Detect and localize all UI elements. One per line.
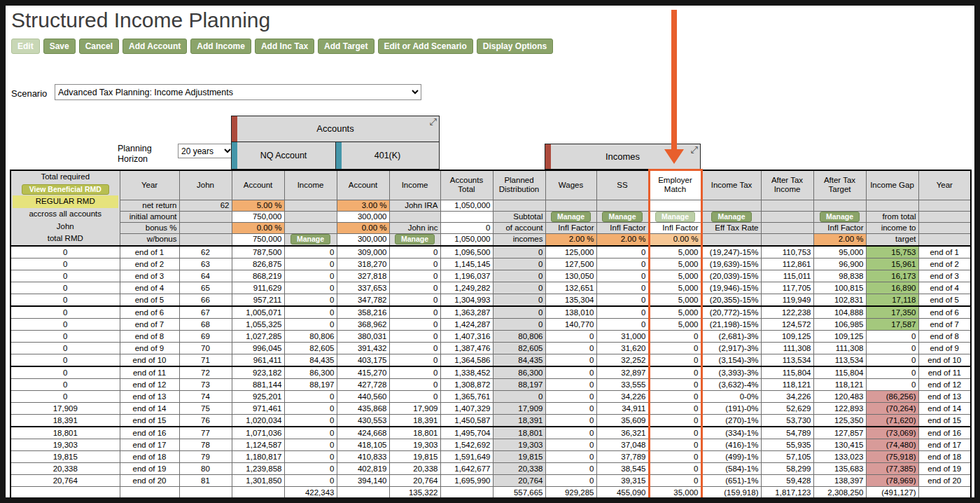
manage-employer-match-button[interactable]: Manage: [655, 212, 695, 222]
manage-after-tax-target-button[interactable]: Manage: [820, 212, 860, 222]
k401-account-accent-bar: [336, 142, 342, 169]
incomes-accent-bar: [545, 144, 551, 169]
manage-nq-income-button[interactable]: Manage: [290, 234, 330, 244]
cell-employer-match: 0: [649, 330, 701, 342]
cell-after-tax-income: 115,804: [761, 366, 813, 379]
cell-wages: 0: [545, 342, 596, 354]
add-account-button[interactable]: Add Account: [122, 39, 187, 54]
add-inc-tax-button[interactable]: Add Inc Tax: [255, 39, 314, 54]
cancel-button[interactable]: Cancel: [79, 39, 119, 54]
cell-after-tax-income: 113,534: [761, 354, 813, 366]
cell-accounts-total: 1,407,329: [440, 402, 493, 414]
cell-wages: 140,770: [545, 318, 596, 330]
display-options-button[interactable]: Display Options: [477, 39, 553, 54]
cell-blank: [761, 234, 813, 246]
k401-bonus-pct[interactable]: 0.00 %: [337, 223, 389, 234]
total-income-tax: (159,918): [701, 486, 761, 499]
cell-k401-account: 327,818: [337, 270, 389, 282]
cell-blank: [701, 234, 761, 246]
table-row: 20,338end of 19801,239,8580402,81920,338…: [10, 462, 971, 474]
cell-ss: 0: [596, 246, 649, 259]
wages-infl-pct[interactable]: 2.00 %: [545, 234, 596, 246]
cell-planned-distribution: 0: [493, 246, 545, 259]
accounts-total-initial: 1,050,000: [440, 200, 493, 211]
cell-ss: 35,609: [596, 414, 649, 427]
cell-income-tax: (19,946)-15%: [701, 282, 761, 294]
add-target-button[interactable]: Add Target: [318, 39, 374, 54]
cell-income-tax: (499)-1%: [701, 450, 761, 462]
cell-total-required: 18,801: [10, 427, 120, 439]
cell-k401-income: 20,764: [389, 474, 440, 486]
cell-year: end of 9: [120, 342, 179, 354]
cell-nq-account: 1,020,034: [232, 414, 284, 427]
scenario-label: Scenario: [11, 88, 47, 99]
cell-k401-account: 391,432: [337, 342, 389, 354]
cell-year-end: end of 12: [918, 378, 971, 390]
cell-accounts-total: 1,196,037: [440, 270, 493, 282]
cell-k401-income: 0: [389, 390, 440, 402]
table-row: 20,764end of 20811,301,8500394,14020,764…: [10, 474, 971, 486]
table-row: 0end of 1273881,14488,197427,72801,308,8…: [10, 378, 971, 390]
accounts-total-bonus: 0: [440, 223, 493, 234]
cell-year-end: end of 10: [918, 354, 971, 366]
col-header-k401-account: Account: [337, 170, 389, 200]
cell-income-tax: (2,917)-3%: [701, 342, 761, 354]
ss-infl-pct[interactable]: 2.00 %: [596, 234, 649, 246]
cell-income-tax: (21,198)-15%: [701, 318, 761, 330]
cell-employer-match: 0: [649, 474, 701, 486]
across-all-accounts-label: accross all accounts: [13, 208, 118, 221]
expand-icon[interactable]: ⤢: [430, 116, 437, 128]
match-infl-pct[interactable]: 0.00 %: [649, 234, 701, 246]
cell-year: end of 18: [120, 450, 179, 462]
add-income-button[interactable]: Add Income: [190, 39, 251, 54]
cell-k401-account: 435,868: [337, 402, 389, 414]
save-button[interactable]: Save: [43, 39, 76, 54]
planning-horizon-select[interactable]: 20 years: [178, 144, 234, 158]
cell-planned-distribution: 18,391: [493, 414, 545, 427]
cell-after-tax-income: 111,308: [761, 342, 813, 354]
totals-row: 422,343135,322557,665929,285455,09035,00…: [10, 486, 971, 499]
cell-year-end: end of 14: [918, 402, 971, 414]
nq-net-return[interactable]: 5.00 %: [232, 200, 284, 211]
cell-income-gap: 0: [866, 342, 918, 354]
cell-ss: 34,226: [596, 390, 649, 402]
manage-k401-income-button[interactable]: Manage: [395, 234, 435, 244]
cell-planned-distribution: 0: [493, 282, 545, 294]
cell-blank: [596, 200, 649, 211]
cell-year-end: end of 11: [918, 366, 971, 379]
cell-nq-account: 826,875: [232, 258, 284, 270]
att-infl-pct[interactable]: 2.00 %: [813, 234, 866, 246]
cell-after-tax-target: 125,350: [813, 414, 866, 427]
manage-wages-button[interactable]: Manage: [551, 212, 591, 222]
table-row: 0end of 364868,2190327,81801,196,0370130…: [10, 270, 971, 282]
table-row: 0end of 263826,8750318,27001,145,1450127…: [10, 258, 971, 270]
cell-after-tax-income: 118,121: [761, 378, 813, 390]
cell-blank: [761, 200, 813, 211]
cell-wages: 132,651: [545, 282, 596, 294]
cell-accounts-total: 1,249,282: [440, 282, 493, 294]
nq-initial-amount[interactable]: 750,000: [232, 211, 284, 222]
cell-after-tax-target: 135,683: [813, 462, 866, 474]
manage-ss-button[interactable]: Manage: [602, 212, 642, 222]
cell-nq-income: 0: [284, 318, 337, 330]
k401-net-return[interactable]: 3.00 %: [337, 200, 389, 211]
total-year: [120, 486, 179, 499]
view-beneficial-rmd-button[interactable]: View Beneficial RMD: [22, 184, 109, 195]
expand-icon[interactable]: ⤢: [691, 144, 698, 156]
cell-year-end: end of 20: [918, 474, 971, 486]
edit-or-add-scenario-button[interactable]: Edit or Add Scenario: [378, 39, 473, 54]
cell-nq-income: 0: [284, 427, 337, 439]
k401-initial-amount[interactable]: 300,000: [337, 211, 389, 222]
planning-horizon-label: Planning Horizon: [118, 144, 167, 165]
accounts-panel-header: Accounts ⤢: [231, 116, 440, 142]
cell-income-gap: (71,620): [866, 414, 918, 427]
cell-k401-account: 402,819: [337, 462, 389, 474]
cell-total-required: 0: [10, 282, 120, 294]
cell-total-required: 0: [10, 330, 120, 342]
edit-button[interactable]: Edit: [11, 39, 40, 54]
scenario-select[interactable]: Advanced Tax Planning: Income Adjustment…: [55, 84, 421, 100]
manage-income-tax-button[interactable]: Manage: [711, 212, 751, 222]
cell-income-tax: (3,154)-3%: [701, 354, 761, 366]
cell-k401-account: 380,031: [337, 330, 389, 342]
nq-bonus-pct[interactable]: 0.00 %: [232, 223, 284, 234]
